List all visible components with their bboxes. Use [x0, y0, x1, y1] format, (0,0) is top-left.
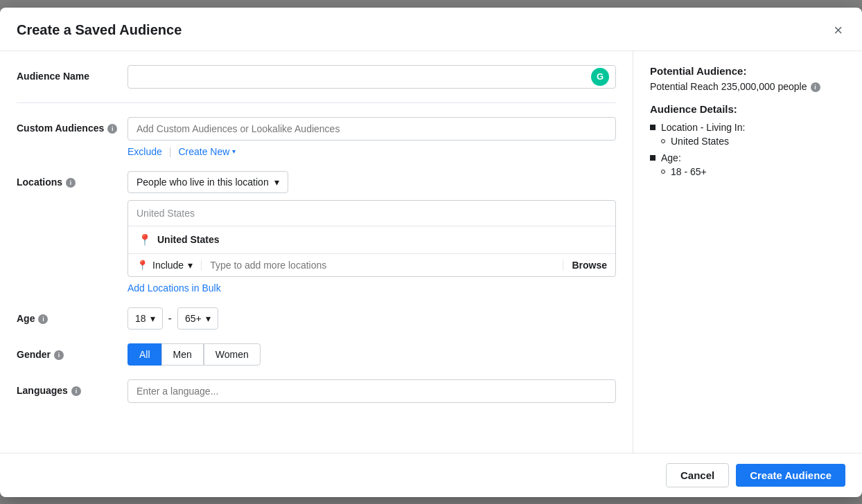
age-max-select[interactable]: 65+ ▾: [177, 307, 218, 330]
divider: [17, 102, 616, 103]
sub-item-us: United States: [661, 136, 745, 147]
location-include-row: 📍 Include ▾ Browse: [128, 253, 615, 276]
audience-name-label: Audience Name: [17, 65, 127, 82]
detail-location-label: Location - Living In:: [661, 122, 745, 133]
add-locations-bulk-link[interactable]: Add Locations in Bulk: [127, 282, 221, 294]
languages-input[interactable]: [127, 379, 616, 403]
form-section: Audience Name G Custom Audiences i: [0, 51, 633, 453]
include-pin-icon: 📍: [137, 260, 148, 271]
create-saved-audience-modal: Create a Saved Audience × Audience Name …: [0, 8, 862, 497]
locations-label: Locations i: [17, 171, 127, 188]
action-divider: |: [169, 146, 172, 157]
audience-name-row: Audience Name G: [17, 65, 616, 89]
age-max-arrow-icon: ▾: [206, 313, 211, 324]
gender-controls: All Men Women: [127, 343, 616, 366]
age-info-icon[interactable]: i: [38, 314, 48, 324]
create-new-arrow-icon: ▾: [232, 147, 236, 155]
detail-item-location: Location - Living In: United States: [650, 122, 845, 148]
age-label: Age i: [17, 307, 127, 324]
browse-button[interactable]: Browse: [563, 260, 607, 271]
languages-row: Languages i: [17, 379, 616, 403]
bullet-circle-age: [661, 170, 665, 174]
us-label: United States: [671, 136, 729, 147]
modal-title: Create a Saved Audience: [17, 22, 182, 38]
age-row-inner: 18 ▾ - 65+ ▾: [127, 307, 616, 330]
custom-audiences-info-icon[interactable]: i: [107, 124, 117, 134]
modal-body: Audience Name G Custom Audiences i: [0, 51, 862, 453]
location-sub-list: United States: [661, 136, 745, 147]
detail-age-label: Age:: [661, 152, 681, 163]
include-arrow-icon: ▾: [188, 260, 193, 271]
location-search-row: United States: [128, 201, 615, 226]
create-new-button[interactable]: Create New ▾: [178, 146, 236, 157]
detail-item-age: Age: 18 - 65+: [650, 152, 845, 179]
potential-audience-title: Potential Audience:: [650, 65, 845, 77]
bullet-square-location: [650, 125, 656, 130]
potential-reach: Potential Reach 235,000,000 people i: [650, 81, 845, 92]
audience-name-input[interactable]: [127, 65, 616, 89]
age-min-arrow-icon: ▾: [150, 313, 155, 324]
location-tag-row: 📍 United States: [128, 226, 615, 253]
modal-header: Create a Saved Audience ×: [0, 8, 862, 51]
bullet-circle-us: [661, 139, 665, 143]
custom-audience-actions: Exclude | Create New ▾: [127, 146, 616, 157]
location-type-dropdown[interactable]: People who live in this location ▾: [127, 171, 288, 193]
gender-all-button[interactable]: All: [127, 343, 161, 366]
location-type-arrow-icon: ▾: [274, 177, 279, 188]
age-sub-list: 18 - 65+: [661, 166, 707, 177]
location-pin-icon: 📍: [138, 233, 152, 246]
custom-audiences-row: Custom Audiences i Exclude | Create New …: [17, 117, 616, 157]
age-dash: -: [168, 312, 172, 325]
potential-reach-info-icon[interactable]: i: [811, 82, 820, 92]
bullet-square-age: [650, 155, 656, 161]
languages-controls: [127, 379, 616, 403]
age-range-label: 18 - 65+: [671, 166, 707, 177]
cancel-button[interactable]: Cancel: [666, 463, 729, 487]
gender-men-button[interactable]: Men: [161, 343, 204, 366]
sub-item-age-range: 18 - 65+: [661, 166, 707, 177]
location-box: United States 📍 United States 📍 Include …: [127, 200, 616, 277]
gender-row: Gender i All Men Women: [17, 343, 616, 366]
audience-details-list: Location - Living In: United States Age:: [650, 122, 845, 179]
location-type-input[interactable]: [210, 260, 563, 271]
create-audience-button[interactable]: Create Audience: [736, 464, 845, 487]
gender-women-button[interactable]: Women: [204, 343, 261, 366]
languages-label: Languages i: [17, 379, 127, 396]
age-min-select[interactable]: 18 ▾: [127, 307, 163, 330]
custom-audiences-input[interactable]: [127, 117, 616, 141]
close-button[interactable]: ×: [831, 20, 845, 41]
locations-row: Locations i People who live in this loca…: [17, 171, 616, 294]
audience-name-controls: G: [127, 65, 616, 89]
locations-info-icon[interactable]: i: [66, 178, 76, 188]
exclude-button[interactable]: Exclude: [127, 146, 162, 157]
gender-button-group: All Men Women: [127, 343, 616, 366]
custom-audiences-label: Custom Audiences i: [17, 117, 127, 134]
gender-label: Gender i: [17, 343, 127, 360]
sidebar-section: Potential Audience: Potential Reach 235,…: [633, 51, 862, 453]
languages-info-icon[interactable]: i: [71, 386, 81, 396]
locations-controls: People who live in this location ▾ Unite…: [127, 171, 616, 294]
modal-footer: Cancel Create Audience: [0, 453, 862, 497]
age-controls: 18 ▾ - 65+ ▾: [127, 307, 616, 330]
audience-details-title: Audience Details:: [650, 103, 845, 115]
grammarly-icon: G: [591, 68, 609, 86]
audience-name-wrapper: G: [127, 65, 616, 89]
gender-info-icon[interactable]: i: [54, 350, 64, 360]
custom-audiences-controls: Exclude | Create New ▾: [127, 117, 616, 157]
include-dropdown[interactable]: 📍 Include ▾: [137, 260, 202, 271]
age-row: Age i 18 ▾ - 65+ ▾: [17, 307, 616, 330]
